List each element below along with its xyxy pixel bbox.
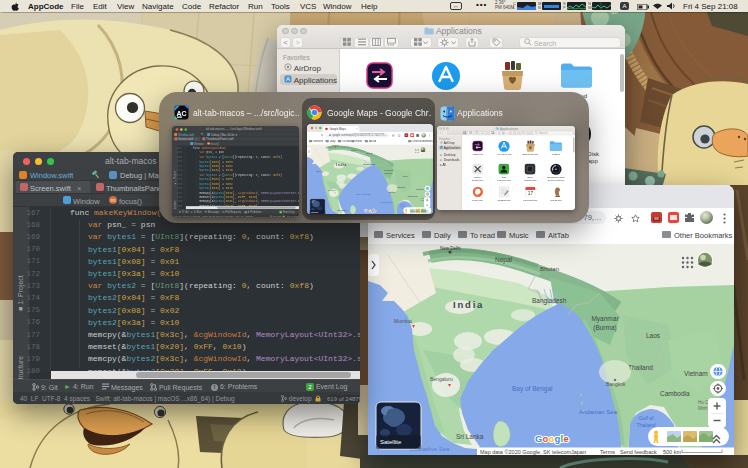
svg-text:Thailand: Thailand	[636, 422, 655, 428]
svg-text:Bangladesh: Bangladesh	[363, 163, 375, 165]
svg-text:Nepal: Nepal	[350, 149, 356, 151]
svg-text:Sri Lanka: Sri Lanka	[337, 209, 347, 211]
svg-text:Mumbai: Mumbai	[315, 170, 322, 172]
svg-text:India: India	[336, 163, 347, 167]
svg-text:e: e	[564, 433, 569, 444]
svg-text:Minh: Minh	[698, 406, 708, 411]
svg-text:AC: AC	[176, 110, 186, 117]
svg-text:Bengaluru: Bengaluru	[328, 189, 336, 191]
svg-text:A: A	[441, 146, 443, 149]
svg-text:Sri Lanka: Sri Lanka	[456, 433, 484, 440]
svg-text:Satellite: Satellite	[380, 439, 402, 445]
svg-text:Map data ©2020 Google, SK tele: Map data ©2020 Google, SK telecom	[480, 449, 572, 455]
svg-text:Bhutan: Bhutan	[366, 152, 373, 154]
svg-text:Andaman Sea: Andaman Sea	[379, 201, 393, 203]
svg-text:Thailand: Thailand	[399, 205, 406, 207]
svg-text:New Delhi: New Delhi	[440, 246, 461, 251]
svg-text:Send feedback: Send feedback	[620, 449, 657, 455]
svg-text:Bay of Bengal: Bay of Bengal	[356, 193, 370, 195]
svg-text:Bengaluru: Bengaluru	[430, 376, 453, 382]
svg-text:Minh: Minh	[420, 200, 423, 201]
svg-text:Satellite: Satellite	[311, 211, 319, 213]
svg-text:Mumbai: Mumbai	[394, 318, 412, 324]
svg-text:Laos: Laos	[402, 175, 408, 177]
svg-text:(Burma): (Burma)	[384, 172, 392, 174]
svg-text:17: 17	[528, 191, 534, 196]
svg-text:Bangkok: Bangkok	[606, 381, 626, 387]
svg-text:Cambodia: Cambodia	[660, 390, 690, 397]
svg-text:New Delhi: New Delhi	[331, 145, 339, 146]
svg-text:Japan: Japan	[571, 449, 586, 455]
svg-text:e: e	[374, 209, 376, 213]
svg-text:A: A	[286, 76, 290, 82]
svg-text:Thailand: Thailand	[628, 364, 653, 371]
svg-text:Bangkok: Bangkok	[388, 191, 395, 193]
svg-text:Nepal: Nepal	[495, 256, 513, 264]
svg-text:Bangladesh: Bangladesh	[532, 297, 567, 305]
svg-text:(Burma): (Burma)	[593, 324, 616, 332]
svg-text:Myanmar: Myanmar	[591, 315, 619, 323]
svg-text:Ho Ch: Ho Ch	[420, 198, 424, 199]
svg-text:G: G	[535, 433, 542, 444]
svg-text:Myanmar: Myanmar	[383, 169, 393, 171]
svg-text:India: India	[453, 299, 484, 310]
svg-text:Vietnam: Vietnam	[684, 370, 708, 377]
svg-text:500 km: 500 km	[663, 449, 681, 455]
svg-text:Terms: Terms	[600, 449, 615, 455]
svg-text:Bhutan: Bhutan	[540, 266, 559, 272]
svg-text:Bay of Bengal: Bay of Bengal	[512, 385, 553, 393]
svg-text:Andaman Sea: Andaman Sea	[579, 409, 618, 415]
svg-text:Vietnam: Vietnam	[415, 188, 423, 190]
svg-text:Laos: Laos	[646, 332, 661, 339]
svg-text:Gulf of: Gulf of	[639, 415, 654, 421]
svg-text:Thailand: Thailand	[396, 186, 405, 188]
svg-text:Cambodia: Cambodia	[407, 195, 418, 197]
